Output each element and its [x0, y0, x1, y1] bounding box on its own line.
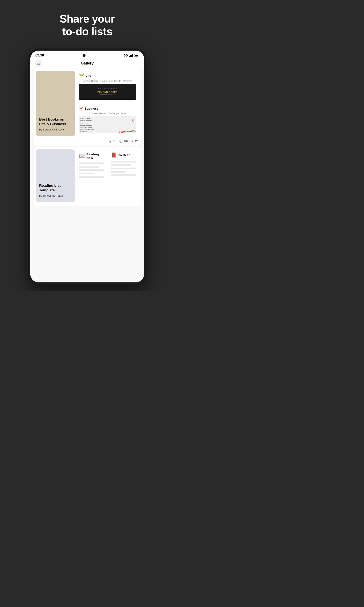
phone-mockup: 09:30 5G — [28, 49, 146, 285]
life-card-header: 🌱 Life — [79, 73, 136, 78]
peterson-title: BEYOND ORDER — [98, 91, 118, 93]
life-emoji: 🌱 — [79, 73, 84, 78]
reading-line — [79, 173, 94, 174]
reading-now-card[interactable]: 📖 Reading Now — [77, 149, 107, 202]
hero-line2: to-do lists — [62, 25, 112, 38]
hero-line1: Share your — [60, 13, 115, 25]
reading-line — [111, 174, 136, 176]
business-card-title: Business — [84, 107, 99, 110]
peterson-author: JORDAN B. PETERSON — [98, 88, 118, 89]
listener-count: 162 — [124, 140, 129, 143]
reading-list-title: Reading List Template — [39, 183, 71, 193]
peterson-subtitle: 12 MORE RULES FOR LIFE — [99, 94, 116, 95]
status-time: 09:30 — [35, 53, 44, 57]
reading-line — [111, 168, 136, 169]
reading-now-icon: 📖 — [79, 153, 85, 159]
status-bar: 09:30 5G — [30, 51, 144, 59]
menu-button[interactable] — [35, 59, 42, 67]
reading-now-header: 📖 Reading Now — [79, 152, 104, 159]
featured-card-title: Best Books on Life & Business — [39, 117, 71, 126]
listener-stat: 162 — [119, 140, 129, 143]
menu-icon — [37, 63, 40, 64]
reading-line — [79, 166, 99, 168]
life-card-subtitle: Beyond Order: 12 More Rules for Life / P… — [79, 79, 136, 83]
to-read-icon: 📕 — [111, 152, 117, 158]
reading-now-title: Reading Now — [86, 152, 104, 159]
gallery-content: Best Books on Life & Business by Sergey … — [30, 68, 144, 282]
to-read-header: 📕 To Read — [111, 152, 136, 158]
reading-line — [79, 169, 104, 171]
network-label: 5G — [124, 54, 128, 57]
menu-icon — [37, 64, 40, 65]
signal-icon — [129, 54, 133, 57]
peterson-book-cover: JORDAN B. PETERSON BEYOND ORDER 12 MORE … — [79, 84, 136, 100]
business-card-header: Business — [79, 106, 136, 111]
app-title: Gallery — [81, 61, 93, 66]
audio-icon — [119, 140, 123, 143]
business-card-subtitle: It Doesn't Have to Be Crazy at Work — [79, 112, 136, 115]
heart-stat: ♥ 42 — [131, 139, 138, 143]
reading-line — [111, 161, 136, 162]
gallery-row-2: Reading List Template by Timestripe Team… — [36, 149, 139, 202]
reading-now-lines — [79, 162, 104, 178]
hero-text: Share your to-do lists — [60, 13, 115, 38]
battery-icon — [134, 54, 139, 56]
to-read-card[interactable]: 📕 To Read — [108, 149, 139, 202]
life-card-title: Life — [86, 74, 91, 77]
camera-cutout — [83, 54, 86, 57]
to-read-lines — [111, 161, 136, 176]
heart-icon: ♥ — [131, 139, 133, 143]
reading-list-card[interactable]: Reading List Template by Timestripe Team — [36, 149, 75, 202]
gallery-row-1: Best Books on Life & Business by Sergey … — [36, 71, 139, 136]
phone-screen: 09:30 5G — [30, 51, 144, 282]
download-count: 93 — [113, 140, 116, 143]
reading-line — [79, 176, 104, 178]
download-icon — [108, 140, 112, 143]
reading-line — [79, 162, 104, 164]
featured-card-author: by Sergey Kulinkovich — [39, 128, 71, 132]
business-book-cover: 80-hour weeks Packed schedules Super bus… — [79, 116, 136, 133]
heart-count: 42 — [134, 140, 138, 143]
app-header: Gallery — [30, 59, 144, 68]
menu-icon — [37, 62, 40, 62]
reading-list-author: by Timestripe Team — [39, 194, 71, 198]
status-icons: 5G — [124, 54, 139, 57]
small-cards-column: 🌱 Life Beyond Order: 12 More Rules for L… — [77, 71, 139, 136]
svg-point-2 — [120, 141, 121, 142]
reading-line — [111, 164, 131, 166]
life-card[interactable]: 🌱 Life Beyond Order: 12 More Rules for L… — [77, 71, 139, 102]
to-read-title: To Read — [118, 153, 130, 157]
reading-line — [111, 171, 126, 173]
chart-icon — [79, 106, 83, 111]
business-card[interactable]: Business It Doesn't Have to Be Crazy at … — [77, 104, 139, 135]
download-stat: 93 — [108, 140, 116, 143]
featured-card[interactable]: Best Books on Life & Business by Sergey … — [36, 71, 75, 136]
